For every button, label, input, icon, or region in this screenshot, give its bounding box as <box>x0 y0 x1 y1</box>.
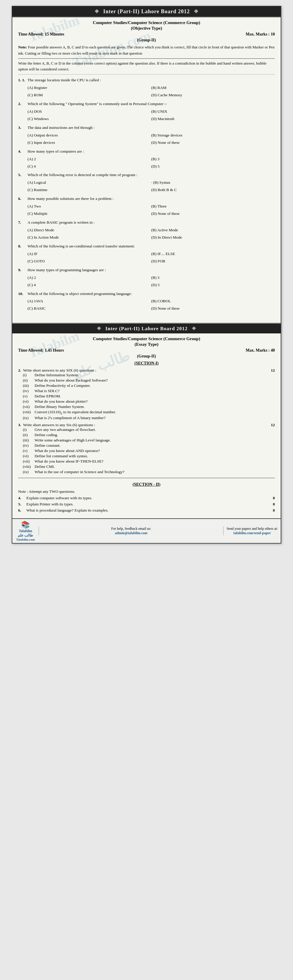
q2-sub-v-text: Define EPROM. <box>35 394 61 399</box>
q10-options: (A) JAVA (B) COBOL (C) BASIC (D) None of… <box>27 298 275 312</box>
q6-opt-a: (A) Two <box>27 203 151 210</box>
q1-opt-c: (C) ROM <box>27 92 151 99</box>
section1-label: (SECTION-I) <box>18 361 275 366</box>
part2-marks: Max. Marks : 40 <box>245 348 275 353</box>
q3-sub-viii: (viii) Define CMI. <box>23 464 275 469</box>
question-9: 9. How many types of programming languag… <box>18 267 275 289</box>
q2-sub-ix-label: (ix) <box>23 415 35 420</box>
q2-sub-iv-text: What is SDLC? <box>35 388 60 393</box>
logo-icon: 📚 <box>21 521 30 529</box>
question-6: 6. How many possible solutions are there… <box>18 196 275 218</box>
footer-right: Send your papers and help others at: tal… <box>226 527 278 535</box>
section2-note: Note : Attempt any TWO questions. <box>18 489 275 494</box>
q3-opt-d: (D) None of these <box>151 139 275 146</box>
footer: 📚 Talabilm طالب علم Talabilm.com For hel… <box>12 518 281 543</box>
q3-sub-iii-label: (iii) <box>23 438 35 442</box>
q3-sub-iii-text: Write some advantages of High Level lang… <box>35 438 111 442</box>
q5-opt-c: (C) Runtime <box>27 186 151 194</box>
lq-6-text: What is procedural language? Explain its… <box>26 508 268 513</box>
q7-row: 7. A complete BASIC program is written i… <box>18 219 275 226</box>
q3-sub-i-label: (i) <box>23 427 35 432</box>
q2-sub-iii-text: Define Productivity of a Computer. <box>35 383 90 388</box>
q9-opt-c: (C) 4 <box>27 282 151 289</box>
q7-text: A complete BASIC program is written in : <box>27 219 275 226</box>
q3-sub-vi-label: (vi) <box>23 454 35 458</box>
q7-opt-c: (C) In Action Mode <box>27 234 151 241</box>
q2-sub-v-label: (v) <box>23 394 35 399</box>
q3-sub-iv: (iv) Define constant. <box>23 443 275 448</box>
part2-header: Inter (Part-II) Lahore Board 2012 <box>12 324 281 333</box>
q8-opt-c: (C) GOTO <box>27 258 151 265</box>
q9-text: How many types of programming languages … <box>27 267 275 274</box>
q7-options: (A) Direct Mode (B) Active Mode (C) In A… <box>27 227 275 241</box>
q3-sub-v-text: What do you know about AND operator? <box>35 449 100 453</box>
lq-5: 5. Explain Printer with its types. 8 <box>18 502 275 507</box>
q1-options: (A) Register (B) RAM (C) ROM (D) Cache M… <box>27 84 275 99</box>
note-text: Four possible answers A, B, C and D to e… <box>18 45 274 56</box>
q2-sub-v: (v) Define EPROM. <box>23 394 275 399</box>
q6-opt-b: (B) Three <box>151 203 275 210</box>
q3-sub-v: (v) What do you know about AND operator? <box>23 449 275 453</box>
q2-sub-ix-text: What is 2's compliment of A binary numbe… <box>35 415 106 420</box>
q8-opt-d: (D) FOR <box>151 258 275 265</box>
q9-options: (A) 2 (B) 3 (C) 4 (D) 5 <box>27 274 275 289</box>
last-questions: 4. Explain computer software with its ty… <box>18 496 275 513</box>
q2-sub-iv-label: (iv) <box>23 388 35 393</box>
part2-time-marks: Time Allowed: 1.45 Hours Max. Marks : 40 <box>18 348 275 353</box>
essay-q2-header: 2. Write short answers to any SIX (6) qu… <box>18 368 275 373</box>
part2-subtitle2: (Essay Type) <box>18 342 275 347</box>
q2-sub-iii-label: (iii) <box>23 383 35 388</box>
q2-sub-ii: (ii) What do you know about Packaged Sof… <box>23 378 275 383</box>
part1-header-text: Inter (Part-II) Lahore Board 2012 <box>103 8 190 14</box>
part2-group: (Group-II) <box>18 354 275 359</box>
q3-sub-ii: (ii) Define coding. <box>23 433 275 438</box>
time-marks-row: Time Allowed: 15 Minutes Max. Marks : 10 <box>18 32 275 37</box>
part2-time: Time Allowed: 1.45 Hours <box>18 348 64 353</box>
q2-sub-vii: (vii) Define Binary Number System. <box>23 404 275 409</box>
footer-right-text: Send your papers and help others at: <box>226 527 278 531</box>
q4-options: (A) 2 (B) 3 (C) 4 (D) 5 <box>27 156 275 170</box>
q1-num: 1. 1. <box>18 77 27 84</box>
lq-6-num: 6. <box>18 508 26 513</box>
part1-subtitle2: (Objective Type) <box>18 26 275 31</box>
q2-opt-c: (C) Windows <box>27 115 151 123</box>
essay-q3-marks: 12 <box>271 423 275 427</box>
q3-row: 3. The data and instructions are fed thr… <box>18 124 275 131</box>
q2-sub-vii-text: Define Binary Number System. <box>35 404 85 409</box>
footer-middle: For help, feedback email us: admin@talab… <box>39 527 223 535</box>
q3-opt-c: (C) Input devices <box>27 139 151 146</box>
lq-5-marks: 8 <box>268 502 275 507</box>
part1-content: Talabilm Talabilm.com Computer Studies/C… <box>12 18 281 318</box>
q10-opt-b: (B) COBOL <box>151 298 275 305</box>
q2-opt-b: (B) UNIX <box>151 108 275 115</box>
question-5: 5. Which of the following error is detec… <box>18 172 275 194</box>
q3-text: The data and instructions are fed throug… <box>27 124 275 131</box>
section2-label: (SECTION - II) <box>18 482 275 487</box>
exam-paper: Inter (Part-II) Lahore Board 2012 Talabi… <box>12 6 281 544</box>
essay-q2-num: 2. <box>18 368 21 372</box>
q6-text: How many possible solutions are there fo… <box>27 196 275 202</box>
q5-row: 5. Which of the following error is detec… <box>18 172 275 178</box>
lq-4: 4. Explain computer software with its ty… <box>18 496 275 500</box>
q7-opt-b: (B) Active Mode <box>151 227 275 234</box>
q2-options: (A) DOS (B) UNIX (C) Windows (D) Macinto… <box>27 108 275 123</box>
q3-opt-b: (B) Storage devices <box>151 132 275 139</box>
part2-content: Talabilm طالب علم Computer Studies/Compu… <box>12 333 281 518</box>
q3-sub-vi-text: Define list command with syntax. <box>35 454 88 458</box>
q3-sub-vi: (vi) Define list command with syntax. <box>23 454 275 458</box>
q6-opt-c: (C) Multiple <box>27 210 151 218</box>
q8-text: Which of the following is un-conditional… <box>27 243 275 250</box>
q5-options: (A) Logical · (B) Syntax (C) Runtime (D)… <box>27 179 275 194</box>
q1-opt-a: (A) Register <box>27 84 151 92</box>
q7-opt-a: (A) Direct Mode <box>27 227 151 234</box>
q3-sub-ix: (ix) What is the use of computer in Scie… <box>23 469 275 474</box>
q3-sub-ii-label: (ii) <box>23 433 35 438</box>
q2-sub-vi: (vi) What do you know about plotter? <box>23 399 275 404</box>
q2-opt-a: (A) DOS <box>27 108 151 115</box>
footer-logo: 📚 Talabilm طالب علم Talabilm.com <box>15 521 36 541</box>
question-8: 8. Which of the following is un-conditio… <box>18 243 275 265</box>
q10-num: 10. <box>18 291 27 298</box>
q1-opt-b: (B) RAM <box>151 84 275 92</box>
q3-num: 3. <box>18 124 27 131</box>
q5-text: Which of the following error is detected… <box>27 172 275 178</box>
